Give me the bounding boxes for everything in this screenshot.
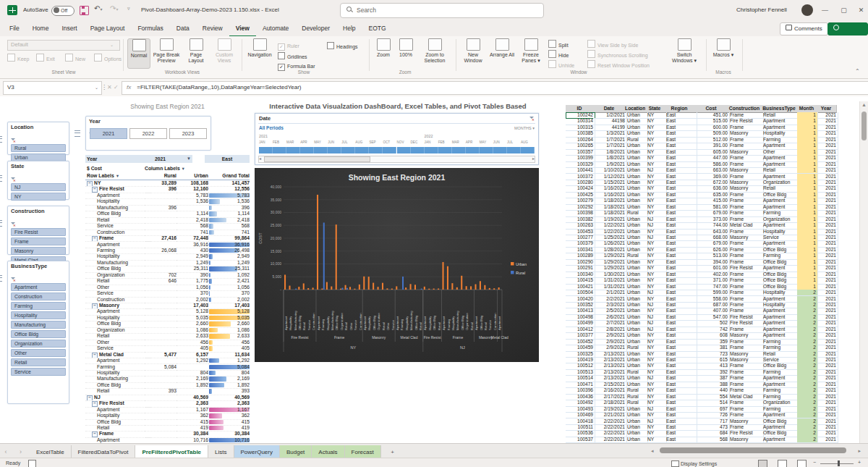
zoom-slider-thumb[interactable] <box>838 460 840 466</box>
timeline-scroll-thumb[interactable] <box>264 156 370 162</box>
ribbon-button-switch-windows[interactable]: Switch Windows ▾ <box>668 38 700 67</box>
slicer-item-rural[interactable]: Rural <box>11 144 66 152</box>
pivot-column-labels[interactable]: Column Labels ▼ <box>145 166 192 173</box>
year-slicer-item-2022[interactable]: 2022 <box>129 128 167 139</box>
quick-access-chevron-icon[interactable]: ▿ <box>127 6 130 12</box>
menu-tab-help[interactable]: Help <box>336 21 362 35</box>
slicer-multiselect-icon[interactable] <box>75 130 80 137</box>
slicer-multiselect-icon[interactable] <box>0 275 2 282</box>
horizontal-scrollbar[interactable]: ◂ ▸ <box>651 447 861 454</box>
timeline-month-cell[interactable] <box>452 147 466 153</box>
user-name[interactable]: Christopher Fennell <box>736 0 787 20</box>
menu-tab-home[interactable]: Home <box>26 21 56 35</box>
ribbon-button-arrange-all[interactable]: Arrange All <box>489 38 515 67</box>
table-cell[interactable]: Masonry <box>728 437 764 443</box>
timeline-month-cell[interactable] <box>369 147 383 153</box>
hscroll-left-icon[interactable]: ◂ <box>651 447 654 455</box>
slicer-item-organization[interactable]: Organization <box>11 340 66 348</box>
zoom-out-icon[interactable]: − <box>813 460 816 465</box>
horizontal-scroll-thumb[interactable] <box>660 447 846 453</box>
slicer-item-office-bldg[interactable]: Office Bldg <box>11 330 66 338</box>
slicer-clear-filter-icon[interactable] <box>11 138 16 143</box>
timeline-month-cell[interactable] <box>480 147 493 153</box>
pivot-filter-value[interactable]: 2021▼ <box>145 155 192 163</box>
ribbon-button-page-break-preview[interactable]: Page Break Preview <box>150 38 182 67</box>
timeline-scroll-left-icon[interactable]: ◂ <box>259 156 261 161</box>
ribbon-button-zoom-to-selection[interactable]: Zoom to Selection <box>418 38 451 67</box>
pivot-row-labels[interactable]: Row Labels ▼ <box>85 173 146 180</box>
timeline-month-cell[interactable] <box>425 147 438 153</box>
ribbon-button-100-[interactable]: 100% <box>395 38 417 67</box>
ribbon-button-page-layout[interactable]: Page Layout <box>184 38 208 67</box>
menu-tab-view[interactable]: View <box>229 21 256 37</box>
slicer-clear-filter-icon[interactable] <box>11 277 16 282</box>
slicer-item-other[interactable]: Other <box>11 349 66 357</box>
menu-tab-automate[interactable]: Automate <box>256 21 295 35</box>
formula-input[interactable]: fx=FILTER(TAKE(DataRange,,10),DataRangeY… <box>122 81 868 95</box>
timeline-month-cell[interactable] <box>383 147 396 153</box>
slicer-item-manufacturing[interactable]: Manufacturing <box>11 321 66 329</box>
ribbon-button-macros[interactable]: Macros ▾ <box>710 38 736 67</box>
normal-view-icon[interactable] <box>758 460 767 467</box>
search-input[interactable]: Search <box>340 3 544 18</box>
zoom-slider[interactable] <box>820 463 854 464</box>
undo-icon[interactable]: ↶▾ <box>94 4 102 12</box>
timeline-month-cell[interactable] <box>273 147 286 153</box>
timeline-month-cell[interactable] <box>259 147 273 153</box>
slicer-multiselect-icon[interactable] <box>0 220 2 227</box>
timeline-month-cell[interactable] <box>493 147 507 153</box>
slicer-item-retail[interactable]: Retail <box>11 358 66 366</box>
menu-tab-eotg[interactable]: EOTG <box>362 21 393 35</box>
minimize-button[interactable]: — <box>820 6 830 15</box>
timeline-month-cell[interactable] <box>314 147 328 153</box>
ribbon-button-navigation[interactable]: Navigation <box>246 38 273 67</box>
table-cell[interactable]: Apartment <box>761 437 800 443</box>
worksheet-canvas[interactable]: Showing East Region 2021 Interactive Dat… <box>0 96 868 443</box>
menu-tab-developer[interactable]: Developer <box>295 21 336 35</box>
menu-tab-data[interactable]: Data <box>170 21 196 35</box>
slicer-item-ny[interactable]: NY <box>11 193 66 201</box>
slicer-multiselect-icon[interactable] <box>0 175 2 182</box>
slicer-item-farming[interactable]: Farming <box>11 302 66 310</box>
menu-tab-page-layout[interactable]: Page Layout <box>84 21 132 35</box>
share-button[interactable]: Share▾ <box>827 22 868 35</box>
ribbon-button-hide[interactable]: Hide <box>548 50 569 60</box>
comments-button[interactable]: Comments <box>780 22 828 35</box>
bar-chart[interactable]: Showing East Region 2021-5,00010,00015,0… <box>255 168 539 362</box>
maximize-button[interactable]: ▢ <box>839 6 848 15</box>
slicer-clear-filter-icon[interactable] <box>11 222 16 227</box>
timeline-month-cell[interactable] <box>355 147 369 153</box>
year-slicer-item-2021[interactable]: 2021 <box>90 128 127 139</box>
slicer-item-masonry[interactable]: Masonry <box>11 247 66 255</box>
slicer-item-apartment[interactable]: Apartment <box>11 283 66 291</box>
ribbon-button-freeze-panes[interactable]: Freeze Panes ▾ <box>518 38 544 67</box>
slicer-item-nj[interactable]: NJ <box>11 183 66 191</box>
checkbox-headings[interactable]: Headings <box>327 42 358 51</box>
name-box[interactable]: V3 ⌄ <box>3 81 102 95</box>
page-break-view-icon[interactable] <box>797 460 807 467</box>
namebox-dropdown-icon[interactable]: ⌄ <box>95 82 98 93</box>
avatar[interactable] <box>801 4 813 16</box>
timeline-month-cell[interactable] <box>466 147 480 153</box>
ribbon-button-zoom[interactable]: Zoom <box>373 38 393 67</box>
page-layout-view-icon[interactable] <box>778 460 787 467</box>
ribbon-button-new-window[interactable]: New Window <box>460 38 486 67</box>
display-settings-label[interactable]: Display Settings <box>669 460 717 467</box>
accessibility-icon[interactable] <box>28 460 36 467</box>
timeline-month-cell[interactable] <box>300 147 314 153</box>
vertical-scroll-thumb[interactable] <box>861 112 867 140</box>
checkbox-gridlines[interactable]: Gridlines <box>278 52 307 61</box>
menu-tab-file[interactable]: File <box>3 21 26 35</box>
menu-tab-insert[interactable]: Insert <box>55 21 83 35</box>
slicer-item-frame[interactable]: Frame <box>11 237 66 245</box>
ribbon-button-normal[interactable]: Normal <box>127 38 150 69</box>
save-icon[interactable] <box>80 6 89 15</box>
table-cell[interactable]: 568 <box>694 437 730 443</box>
year-slicer-item-2023[interactable]: 2023 <box>169 128 207 139</box>
slicer-clear-filter-icon[interactable] <box>11 177 16 182</box>
timeline-granularity-dropdown[interactable]: MONTHS ▾ <box>514 126 535 130</box>
timeline-month-cell[interactable] <box>411 147 425 153</box>
menu-tab-formulas[interactable]: Formulas <box>131 21 169 35</box>
table-cell[interactable]: 2 <box>797 437 818 443</box>
table-cell[interactable]: East <box>664 437 697 443</box>
